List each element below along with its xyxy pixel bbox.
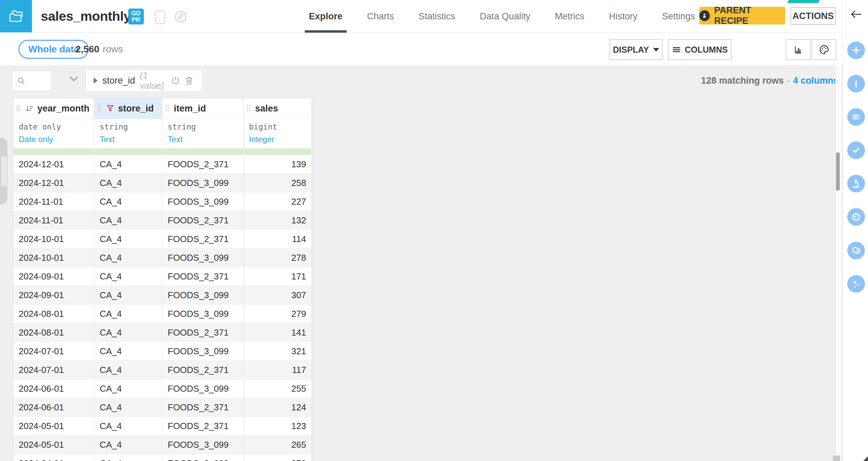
table-cell[interactable]: 279 xyxy=(244,305,312,323)
table-row[interactable]: 2024-05-01CA_4FOODS_3_099265 xyxy=(13,436,312,454)
table-cell[interactable]: FOODS_3_099 xyxy=(162,379,244,398)
tab-data-quality[interactable]: Data Quality xyxy=(480,0,531,33)
table-row[interactable]: 2024-11-01CA_4FOODS_3_099227 xyxy=(13,192,312,211)
power-toggle-icon[interactable] xyxy=(170,75,181,86)
timeline-button[interactable] xyxy=(847,208,865,226)
table-cell[interactable]: CA_4 xyxy=(94,454,162,461)
tab-explore[interactable]: Explore xyxy=(309,0,343,33)
table-cell[interactable]: FOODS_3_099 xyxy=(162,192,244,211)
table-cell[interactable]: 2024-11-01 xyxy=(13,192,94,211)
table-cell[interactable]: FOODS_3_099 xyxy=(162,436,244,454)
table-cell[interactable]: CA_4 xyxy=(94,305,162,323)
table-row[interactable]: 2024-12-01CA_4FOODS_3_099258 xyxy=(13,174,312,192)
table-row[interactable]: 2024-06-01CA_4FOODS_3_099255 xyxy=(13,379,312,398)
table-cell[interactable]: 2024-08-01 xyxy=(13,323,94,342)
table-cell[interactable]: 2024-05-01 xyxy=(13,417,94,436)
table-cell[interactable]: 124 xyxy=(244,398,312,417)
table-cell[interactable]: 321 xyxy=(244,342,312,361)
table-cell[interactable]: FOODS_2_371 xyxy=(162,230,244,249)
vertical-scrollbar-track[interactable] xyxy=(835,65,842,461)
expand-triangle-icon[interactable] xyxy=(94,78,98,84)
table-cell[interactable]: CA_4 xyxy=(94,323,162,342)
table-cell[interactable]: FOODS_2_371 xyxy=(162,267,244,286)
table-row[interactable]: 2024-08-01CA_4FOODS_3_099279 xyxy=(13,305,312,323)
meaning-link[interactable]: Text xyxy=(94,135,162,148)
table-cell[interactable]: 2024-12-01 xyxy=(13,155,94,174)
table-cell[interactable]: FOODS_3_099 xyxy=(162,454,244,461)
column-header-store-id[interactable]: store_id xyxy=(94,98,162,119)
table-cell[interactable]: CA_4 xyxy=(94,211,162,230)
column-header-sales[interactable]: sales xyxy=(244,98,312,119)
table-cell[interactable]: FOODS_2_371 xyxy=(162,361,244,379)
lab-button[interactable] xyxy=(847,175,865,192)
table-cell[interactable]: 2024-04-01 xyxy=(13,454,94,461)
table-cell[interactable]: 227 xyxy=(244,192,312,211)
details-button[interactable] xyxy=(847,108,865,126)
table-row[interactable]: 2024-11-01CA_4FOODS_2_371132 xyxy=(13,211,312,230)
color-palette-button[interactable] xyxy=(812,39,836,60)
table-cell[interactable]: 139 xyxy=(244,155,312,174)
display-dropdown[interactable]: DISPLAY xyxy=(610,39,663,60)
table-row[interactable]: 2024-10-01CA_4FOODS_2_371114 xyxy=(13,230,312,249)
table-cell[interactable]: 117 xyxy=(244,361,312,379)
table-row[interactable]: 2024-06-01CA_4FOODS_2_371124 xyxy=(13,398,312,417)
table-cell[interactable]: 2024-07-01 xyxy=(13,361,94,379)
table-cell[interactable]: 278 xyxy=(244,249,312,267)
table-row[interactable]: 2024-04-01CA_4FOODS_3_099276 xyxy=(13,454,312,461)
table-cell[interactable]: 2024-11-01 xyxy=(13,211,94,230)
table-cell[interactable]: FOODS_2_371 xyxy=(162,155,244,174)
table-cell[interactable]: 123 xyxy=(244,417,312,436)
table-row[interactable]: 2024-05-01CA_4FOODS_2_371123 xyxy=(13,417,312,436)
back-arrow-icon[interactable] xyxy=(850,9,863,20)
table-cell[interactable]: FOODS_2_371 xyxy=(162,417,244,436)
actions-button[interactable]: ACTIONS xyxy=(790,7,836,25)
table-cell[interactable]: CA_4 xyxy=(94,361,162,379)
table-cell[interactable]: CA_4 xyxy=(94,342,162,361)
table-cell[interactable]: 276 xyxy=(244,454,312,461)
table-cell[interactable]: FOODS_3_099 xyxy=(162,286,244,305)
columns-count-link[interactable]: 4 columns xyxy=(793,75,838,86)
table-cell[interactable]: FOODS_3_099 xyxy=(162,305,244,323)
tab-history[interactable]: History xyxy=(609,0,637,33)
table-cell[interactable]: 132 xyxy=(244,211,312,230)
table-cell[interactable]: CA_4 xyxy=(94,249,162,267)
table-cell[interactable]: 2024-09-01 xyxy=(13,286,94,305)
gdpr-badge[interactable]: GD PR xyxy=(128,8,144,24)
tab-statistics[interactable]: Statistics xyxy=(419,0,455,33)
table-cell[interactable]: 2024-10-01 xyxy=(13,249,94,267)
table-cell[interactable]: 141 xyxy=(244,323,312,342)
tab-charts[interactable]: Charts xyxy=(367,0,394,33)
table-cell[interactable]: FOODS_3_099 xyxy=(162,249,244,267)
column-header-year-month[interactable]: year_month xyxy=(13,98,94,119)
table-cell[interactable]: CA_4 xyxy=(94,398,162,417)
table-cell[interactable]: CA_4 xyxy=(94,379,162,398)
table-cell[interactable]: CA_4 xyxy=(94,267,162,286)
table-cell[interactable]: FOODS_3_099 xyxy=(162,174,244,192)
table-row[interactable]: 2024-07-01CA_4FOODS_3_099321 xyxy=(13,342,312,361)
table-cell[interactable]: CA_4 xyxy=(94,417,162,436)
table-cell[interactable]: FOODS_2_371 xyxy=(162,398,244,417)
table-cell[interactable]: 2024-05-01 xyxy=(13,436,94,454)
trash-icon[interactable] xyxy=(184,75,194,86)
parent-recipe-button[interactable]: PARENT RECIPE xyxy=(699,7,785,24)
table-cell[interactable]: 2024-09-01 xyxy=(13,267,94,286)
dataset-icon[interactable] xyxy=(0,0,32,32)
table-cell[interactable]: CA_4 xyxy=(94,286,162,305)
table-cell[interactable]: CA_4 xyxy=(94,436,162,454)
table-row[interactable]: 2024-10-01CA_4FOODS_3_099278 xyxy=(13,249,312,267)
table-cell[interactable]: 2024-06-01 xyxy=(13,379,94,398)
drag-grip-icon[interactable] xyxy=(166,105,170,112)
info-button[interactable] xyxy=(847,75,865,92)
meaning-link[interactable]: Text xyxy=(162,135,244,148)
vertical-scrollbar-thumb[interactable] xyxy=(836,152,840,191)
tab-metrics[interactable]: Metrics xyxy=(555,0,584,33)
table-cell[interactable]: CA_4 xyxy=(94,192,162,211)
table-cell[interactable]: 171 xyxy=(244,267,312,286)
drag-grip-icon[interactable] xyxy=(247,105,251,112)
meaning-link[interactable]: Integer xyxy=(244,135,312,148)
table-row[interactable]: 2024-08-01CA_4FOODS_2_371141 xyxy=(13,323,312,342)
table-row[interactable]: 2024-09-01CA_4FOODS_3_099307 xyxy=(13,286,312,305)
chevron-down-icon[interactable] xyxy=(68,75,80,83)
filter-card-store-id[interactable]: store_id (1 value) xyxy=(86,69,202,92)
table-cell[interactable]: CA_4 xyxy=(94,155,162,174)
